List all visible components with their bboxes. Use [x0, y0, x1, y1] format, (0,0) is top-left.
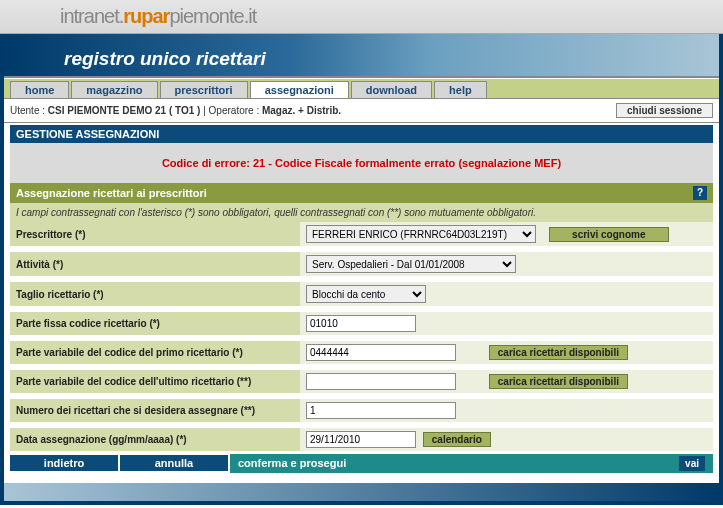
- conferma-button[interactable]: conferma e prosegui vai: [230, 454, 713, 473]
- tabs: home magazzino prescrittori assegnazioni…: [4, 78, 719, 98]
- indietro-button[interactable]: indietro: [10, 455, 120, 471]
- label-parte-fissa: Parte fissa codice ricettario (*): [10, 312, 300, 335]
- help-icon[interactable]: ?: [693, 186, 707, 200]
- calendario-button[interactable]: calendario: [423, 432, 491, 447]
- footer-strip: [4, 483, 719, 501]
- data-input[interactable]: [306, 431, 416, 448]
- parte-var-primo-input[interactable]: [306, 344, 456, 361]
- title-bar: registro unico ricettari: [4, 34, 719, 78]
- tab-download[interactable]: download: [351, 81, 432, 98]
- app-title: registro unico ricettari: [64, 48, 266, 76]
- taglio-select[interactable]: Blocchi da cento: [306, 285, 426, 303]
- label-parte-var-ultimo: Parte variabile del codice dell'ultimo r…: [10, 370, 300, 393]
- label-parte-var-primo: Parte variabile del codice del primo ric…: [10, 341, 300, 364]
- attivita-select[interactable]: Serv. Ospedalieri - Dal 01/01/2008: [306, 255, 516, 273]
- user-bar: Utente : CSI PIEMONTE DEMO 21 ( TO1 ) | …: [4, 98, 719, 123]
- section-title: GESTIONE ASSEGNAZIONI: [10, 125, 713, 143]
- banner-text-3: piemonte.it: [169, 5, 256, 28]
- action-bar: indietro annulla conferma e prosegui vai: [10, 453, 713, 473]
- carica-disponibili-2-button[interactable]: carica ricettari disponibili: [489, 374, 628, 389]
- tab-help[interactable]: help: [434, 81, 487, 98]
- chiudi-sessione-button[interactable]: chiudi sessione: [616, 103, 713, 118]
- banner-text-1: intranet.: [60, 5, 123, 28]
- utente-label: Utente :: [10, 105, 48, 116]
- top-banner: intranet.ruparpiemonte.it: [0, 0, 723, 34]
- numero-input[interactable]: [306, 402, 456, 419]
- carica-disponibili-1-button[interactable]: carica ricettari disponibili: [489, 345, 628, 360]
- banner-text-2: rupar: [123, 5, 169, 28]
- form-table: Prescrittore (*) FERRERI ENRICO (FRRNRC6…: [10, 222, 713, 451]
- subsection-title: Assegnazione ricettari ai prescrittori: [16, 187, 207, 199]
- tab-home[interactable]: home: [10, 81, 69, 98]
- operatore-label: | Operatore :: [200, 105, 262, 116]
- operatore-value: Magaz. + Distrib.: [262, 105, 341, 116]
- subsection-bar: Assegnazione ricettari ai prescrittori ?: [10, 183, 713, 203]
- scrivi-cognome-button[interactable]: scrivi cognome: [549, 227, 669, 242]
- label-taglio: Taglio ricettario (*): [10, 282, 300, 306]
- parte-fissa-input[interactable]: [306, 315, 416, 332]
- vai-button[interactable]: vai: [679, 456, 705, 471]
- tab-assegnazioni[interactable]: assegnazioni: [250, 81, 349, 98]
- mandatory-note: I campi contrassegnati con l'asterisco (…: [10, 203, 713, 222]
- parte-var-ultimo-input[interactable]: [306, 373, 456, 390]
- label-data: Data assegnazione (gg/mm/aaaa) (*): [10, 428, 300, 451]
- tab-prescrittori[interactable]: prescrittori: [160, 81, 248, 98]
- conferma-label: conferma e prosegui: [238, 457, 346, 469]
- tab-magazzino[interactable]: magazzino: [71, 81, 157, 98]
- utente-value: CSI PIEMONTE DEMO 21 ( TO1 ): [48, 105, 201, 116]
- label-prescrittore: Prescrittore (*): [10, 222, 300, 246]
- prescrittore-select[interactable]: FERRERI ENRICO (FRRNRC64D03L219T): [306, 225, 536, 243]
- annulla-button[interactable]: annulla: [120, 455, 230, 471]
- error-message: Codice di errore: 21 - Codice Fiscale fo…: [10, 143, 713, 183]
- label-attivita: Attività (*): [10, 252, 300, 276]
- label-numero: Numero dei ricettari che si desidera ass…: [10, 399, 300, 422]
